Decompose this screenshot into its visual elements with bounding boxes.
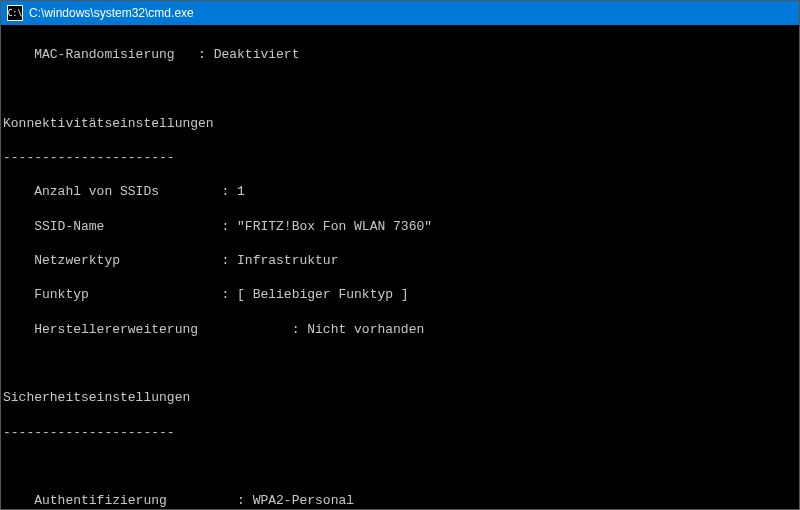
vendor-ext-value: Nicht vorhanden — [307, 322, 424, 337]
mac-rand-label: MAC-Randomisierung : — [3, 47, 214, 62]
terminal-output: MAC-Randomisierung : Deaktiviert Konnekt… — [1, 25, 799, 510]
network-type-line: Netzwerktyp : Infrastruktur — [3, 252, 791, 269]
radio-type-line: Funktyp : [ Beliebiger Funktyp ] — [3, 286, 791, 303]
ssid-name-value: "FRITZ!Box Fon WLAN 7360" — [237, 219, 432, 234]
network-type-value: Infrastruktur — [237, 253, 338, 268]
cmd-icon-text: C:\ — [8, 9, 22, 18]
auth1-label: Authentifizierung : — [3, 493, 253, 508]
ssid-count-label: Anzahl von SSIDs : — [3, 184, 237, 199]
security-header: Sicherheitseinstellungen — [3, 389, 791, 406]
window-titlebar[interactable]: C:\ C:\windows\system32\cmd.exe — [1, 1, 799, 25]
blank-line — [3, 355, 791, 372]
mac-rand-value: Deaktiviert — [214, 47, 300, 62]
cmd-icon: C:\ — [7, 5, 23, 21]
ssid-count-value: 1 — [237, 184, 245, 199]
vendor-ext-label: Herstellererweiterung : — [3, 322, 307, 337]
radio-type-value: [ Beliebiger Funktyp ] — [237, 287, 409, 302]
ssid-name-label: SSID-Name : — [3, 219, 237, 234]
mac-randomization-line: MAC-Randomisierung : Deaktiviert — [3, 46, 791, 63]
network-type-label: Netzwerktyp : — [3, 253, 237, 268]
auth1-line: Authentifizierung : WPA2-Personal — [3, 492, 791, 509]
blank-line — [3, 80, 791, 97]
window-title: C:\windows\system32\cmd.exe — [29, 6, 194, 20]
radio-type-label: Funktyp : — [3, 287, 237, 302]
divider: ---------------------- — [3, 424, 791, 441]
blank-line — [3, 458, 791, 475]
ssid-name-line: SSID-Name : "FRITZ!Box Fon WLAN 7360" — [3, 218, 791, 235]
ssid-count-line: Anzahl von SSIDs : 1 — [3, 183, 791, 200]
connectivity-header: Konnektivitätseinstellungen — [3, 115, 791, 132]
auth1-value: WPA2-Personal — [253, 493, 354, 508]
vendor-ext-line: Herstellererweiterung : Nicht vorhanden — [3, 321, 791, 338]
divider: ---------------------- — [3, 149, 791, 166]
